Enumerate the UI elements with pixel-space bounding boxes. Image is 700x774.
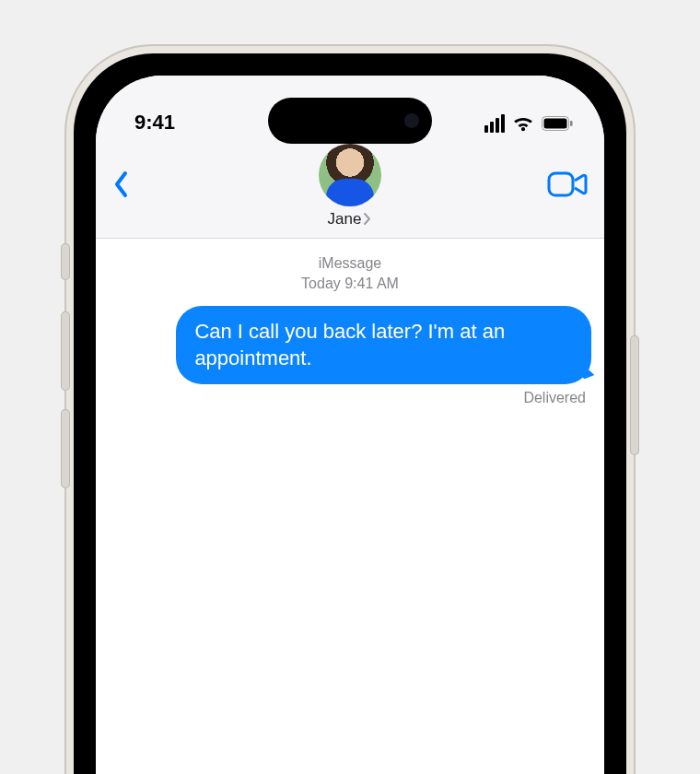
cellular-signal-icon	[484, 114, 505, 133]
volume-up-button	[61, 311, 70, 391]
svg-rect-3	[549, 173, 573, 195]
mute-switch	[61, 243, 70, 280]
delivery-status: Delivered	[523, 390, 586, 406]
status-indicators	[484, 114, 573, 135]
battery-icon	[542, 116, 573, 131]
facetime-button[interactable]	[547, 170, 588, 202]
contact-name-row: Jane	[328, 210, 373, 229]
side-button	[630, 335, 639, 455]
sent-message-bubble[interactable]: Can I call you back later? I'm at an app…	[176, 306, 591, 384]
svg-rect-1	[544, 119, 567, 129]
chevron-left-icon	[112, 170, 131, 198]
contact-info[interactable]: Jane	[168, 144, 532, 229]
svg-rect-2	[570, 121, 573, 126]
volume-down-button	[61, 409, 70, 488]
phone-bezel: 9:41	[74, 53, 626, 774]
screen: 9:41	[96, 76, 604, 774]
phone-frame: 9:41	[64, 44, 636, 774]
avatar	[319, 144, 381, 206]
service-label: iMessage	[109, 253, 591, 274]
back-button[interactable]	[112, 170, 131, 202]
contact-name: Jane	[328, 210, 362, 229]
message-thread[interactable]: iMessage Today 9:41 AM Can I call you ba…	[96, 239, 604, 774]
page-root: 9:41	[0, 0, 700, 774]
thread-date-header: iMessage Today 9:41 AM	[109, 253, 591, 293]
message-row: Can I call you back later? I'm at an app…	[109, 306, 591, 384]
dynamic-island	[268, 98, 432, 144]
status-time: 9:41	[134, 111, 175, 135]
chevron-right-icon	[363, 213, 372, 227]
wifi-icon	[512, 115, 534, 132]
video-icon	[547, 170, 588, 198]
conversation-header: Jane	[96, 138, 604, 239]
date-label: Today 9:41 AM	[109, 274, 591, 294]
